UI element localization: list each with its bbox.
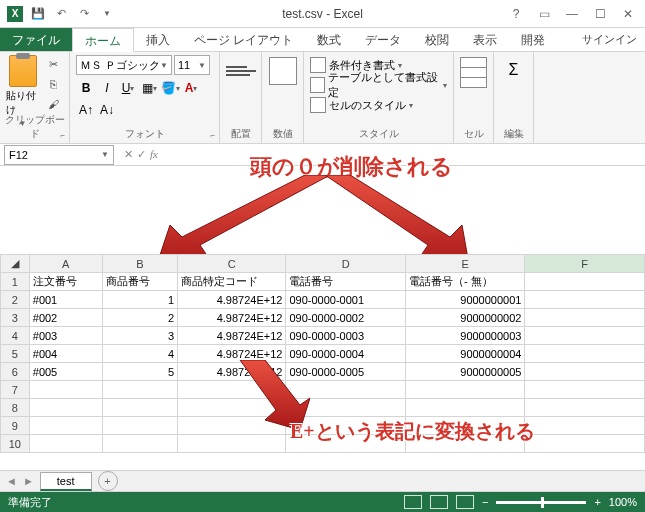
- bold-button[interactable]: B: [76, 78, 96, 98]
- copy-icon[interactable]: ⎘: [43, 75, 63, 93]
- zoom-out-button[interactable]: −: [482, 496, 488, 508]
- select-all-button[interactable]: ◢: [1, 255, 30, 273]
- tab-layout[interactable]: ページ レイアウト: [182, 28, 305, 51]
- font-color-button[interactable]: A▾: [181, 78, 201, 98]
- format-table-button[interactable]: テーブルとして書式設定▾: [310, 75, 447, 95]
- group-editing: Σ 編集: [494, 52, 534, 143]
- dialog-launcher-icon[interactable]: ⌐: [210, 131, 215, 140]
- col-header[interactable]: A: [29, 255, 102, 273]
- paste-icon: [9, 55, 37, 87]
- zoom-in-button[interactable]: +: [594, 496, 600, 508]
- minimize-icon[interactable]: —: [559, 4, 585, 24]
- group-alignment: 配置: [220, 52, 262, 143]
- tab-dev[interactable]: 開発: [509, 28, 557, 51]
- normal-view-icon[interactable]: [404, 495, 422, 509]
- increase-font-icon[interactable]: A↑: [76, 100, 96, 120]
- editing-icon[interactable]: Σ: [500, 55, 527, 85]
- quick-access-toolbar: X 💾 ↶ ↷ ▼: [0, 1, 122, 27]
- undo-icon[interactable]: ↶: [50, 3, 72, 25]
- tab-file[interactable]: ファイル: [0, 28, 72, 51]
- next-sheet-icon[interactable]: ►: [23, 475, 34, 487]
- fill-color-button[interactable]: 🪣▾: [160, 78, 180, 98]
- status-bar: 準備完了 − + 100%: [0, 492, 645, 512]
- group-clipboard: 貼り付け ▼ ✂ ⎘ 🖌 クリップボード ⌐: [0, 52, 70, 143]
- qat-dropdown-icon[interactable]: ▼: [96, 3, 118, 25]
- excel-icon[interactable]: X: [4, 3, 26, 25]
- ribbon-options-icon[interactable]: ▭: [531, 4, 557, 24]
- fx-icon[interactable]: fx: [150, 148, 158, 161]
- titlebar: X 💾 ↶ ↷ ▼ test.csv - Excel ? ▭ — ☐ ✕: [0, 0, 645, 28]
- sheet-tabs: ◄► test +: [0, 470, 645, 492]
- col-header[interactable]: C: [178, 255, 286, 273]
- add-sheet-button[interactable]: +: [98, 471, 118, 491]
- zoom-level[interactable]: 100%: [609, 496, 637, 508]
- font-name-select[interactable]: ＭＳ Ｐゴシック▼: [76, 55, 172, 75]
- zoom-slider[interactable]: [496, 501, 586, 504]
- sheet-tab[interactable]: test: [40, 472, 92, 491]
- border-button[interactable]: ▦▾: [139, 78, 159, 98]
- alignment-icon[interactable]: [226, 57, 256, 85]
- cancel-icon[interactable]: ✕: [124, 148, 133, 161]
- col-header[interactable]: E: [405, 255, 525, 273]
- enter-icon[interactable]: ✓: [137, 148, 146, 161]
- ribbon: 貼り付け ▼ ✂ ⎘ 🖌 クリップボード ⌐ ＭＳ Ｐゴシック▼ 11▼ B I…: [0, 52, 645, 144]
- dialog-launcher-icon[interactable]: ⌐: [60, 131, 65, 140]
- maximize-icon[interactable]: ☐: [587, 4, 613, 24]
- table-format-icon: [310, 77, 325, 93]
- group-font: ＭＳ Ｐゴシック▼ 11▼ B I U▾ ▦▾ 🪣▾ A▾ A↑ A↓ フォント…: [70, 52, 220, 143]
- cells-icon[interactable]: [461, 57, 487, 87]
- status-text: 準備完了: [8, 495, 52, 510]
- col-header[interactable]: B: [102, 255, 177, 273]
- tab-home[interactable]: ホーム: [72, 28, 134, 52]
- tab-formula[interactable]: 数式: [305, 28, 353, 51]
- ribbon-tabs: ファイル ホーム 挿入 ページ レイアウト 数式 データ 校閲 表示 開発 サイ…: [0, 28, 645, 52]
- annotation-text: E+という表記に変換される: [290, 418, 535, 445]
- number-format-icon[interactable]: [269, 57, 297, 85]
- signin-link[interactable]: サインイン: [574, 28, 645, 51]
- group-cells: セル: [454, 52, 494, 143]
- cut-icon[interactable]: ✂: [43, 55, 63, 73]
- tab-review[interactable]: 校閲: [413, 28, 461, 51]
- tab-data[interactable]: データ: [353, 28, 413, 51]
- close-icon[interactable]: ✕: [615, 4, 641, 24]
- font-size-select[interactable]: 11▼: [174, 55, 210, 75]
- help-icon[interactable]: ?: [503, 4, 529, 24]
- format-painter-icon[interactable]: 🖌: [43, 95, 63, 113]
- group-styles: 条件付き書式▾ テーブルとして書式設定▾ セルのスタイル▾ スタイル: [304, 52, 454, 143]
- underline-button[interactable]: U▾: [118, 78, 138, 98]
- window-title: test.csv - Excel: [282, 7, 363, 21]
- cond-format-icon: [310, 57, 326, 73]
- page-layout-view-icon[interactable]: [430, 495, 448, 509]
- group-number: 数値: [262, 52, 304, 143]
- tab-view[interactable]: 表示: [461, 28, 509, 51]
- cell-style-button[interactable]: セルのスタイル▾: [310, 95, 447, 115]
- annotation-text: 頭の０が削除される: [250, 152, 453, 182]
- cell-style-icon: [310, 97, 326, 113]
- italic-button[interactable]: I: [97, 78, 117, 98]
- name-box[interactable]: F12▼: [4, 145, 114, 165]
- tab-insert[interactable]: 挿入: [134, 28, 182, 51]
- prev-sheet-icon[interactable]: ◄: [6, 475, 17, 487]
- col-header[interactable]: F: [525, 255, 645, 273]
- col-header[interactable]: D: [286, 255, 406, 273]
- save-icon[interactable]: 💾: [27, 3, 49, 25]
- redo-icon[interactable]: ↷: [73, 3, 95, 25]
- page-break-view-icon[interactable]: [456, 495, 474, 509]
- decrease-font-icon[interactable]: A↓: [97, 100, 117, 120]
